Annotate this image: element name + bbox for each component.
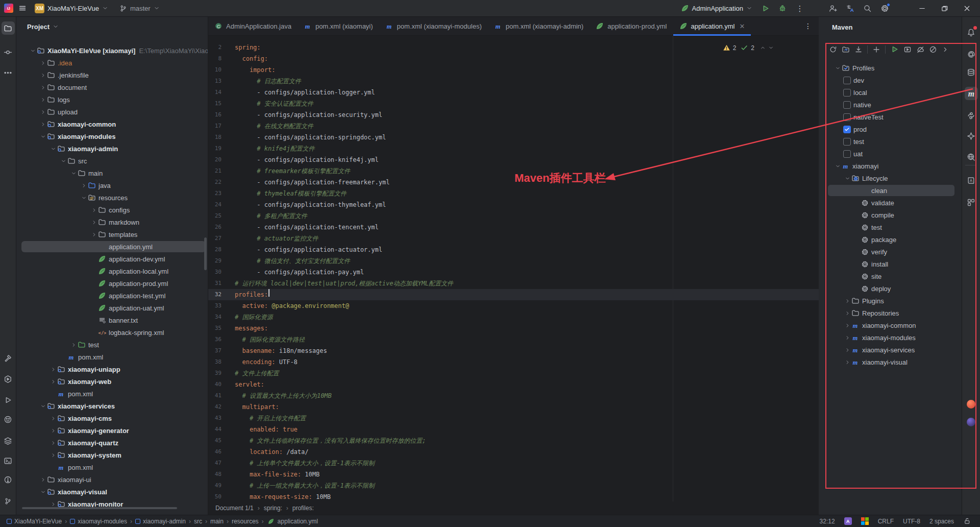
status-breadcrumb-XiaoMaYi-EleVue[interactable]: XiaoMaYi-EleVue [7,518,62,525]
stripe-profiler[interactable] [2,413,15,426]
code-line-36[interactable]: 36 # 国际化资源文件路径 [208,334,819,345]
code-line-35[interactable]: 35messages: [208,323,819,334]
tab-AdminApplication.java[interactable]: CAdminApplication.java [208,17,298,35]
maven-item-xiaomayi-modules[interactable]: mxiaomayi-modules [819,331,962,344]
code-line-24[interactable]: 24 - configs/application-thymeleaf.yml [208,199,819,210]
caret-position[interactable]: 32:12 [820,518,835,525]
tree-item-xiaomayi-services[interactable]: xiaomayi-services [16,400,208,412]
lock-icon[interactable] [963,517,971,525]
chevron-expanded-icon[interactable] [39,402,47,410]
code-line-47[interactable]: 47 # 上传单个文件最大大小，设置-1表示不限制 [208,458,819,469]
code-line-44[interactable]: 44 enabled: true [208,424,819,435]
project-scrollbar-horizontal[interactable] [22,507,177,509]
tab-pom.xml--xiaomayi-[interactable]: mpom.xml (xiaomayi) [298,17,379,35]
code-line-2[interactable]: 2spring: [208,42,819,53]
maven-item-test[interactable]: test [819,221,962,233]
editor-breadcrumb-item[interactable]: spring: [264,505,282,512]
chevron-expanded-icon[interactable] [39,488,47,496]
stripe-python-packages[interactable] [965,109,978,122]
code-line-8[interactable]: 8 config: [208,53,819,64]
tree-item-document[interactable]: document [16,81,208,93]
maven-item-compile[interactable]: compile [819,209,962,221]
chevron-expanded-icon[interactable] [69,169,78,177]
chevron-collapsed-icon[interactable] [39,95,47,104]
status-breadcrumb-xiaomayi-admin[interactable]: xiaomayi-admin [135,518,186,525]
tree-item-xiaomayi-uniapp[interactable]: xiaomayi-uniapp [16,363,208,375]
stripe-translation[interactable] [965,150,978,163]
stripe-dependencies[interactable] [2,434,15,447]
tree-item-application-test.yml[interactable]: application-test.yml [16,290,208,302]
maven-download-button[interactable] [854,45,863,54]
debug-button[interactable] [775,2,790,15]
stripe-services[interactable] [2,372,15,386]
stripe-maven[interactable]: m [965,87,978,100]
chevron-collapsed-icon[interactable] [843,333,851,342]
stripe-spring[interactable] [965,47,978,61]
maven-play-box-button[interactable] [903,45,912,54]
tree-item-upload[interactable]: upload [16,106,208,118]
run-configuration[interactable]: AdminApplication [678,3,755,14]
stripe-notifications[interactable] [965,26,978,39]
tree-item-src[interactable]: src [16,155,208,167]
status-breadcrumb-xiaomayi-modules[interactable]: xiaomayi-modules [70,518,127,525]
chevron-collapsed-icon[interactable] [39,475,47,484]
profile-checkbox-prod[interactable] [843,126,851,133]
maven-item-xiaomayi[interactable]: mxiaomayi [819,160,962,172]
tree-item-XiaoMaYi-EleVue--xiaomayi-[interactable]: XiaoMaYi-EleVue [xiaomayi] E:\Temp\XiaoM… [16,44,208,57]
maven-item-xiaomayi-visual[interactable]: mxiaomayi-visual [819,356,962,368]
code-line-48[interactable]: 48 max-file-size: 10MB [208,469,819,480]
code-line-42[interactable]: 42 multipart: [208,401,819,413]
tree-item-java[interactable]: java [16,179,208,191]
chevron-collapsed-icon[interactable] [49,365,57,373]
chevron-collapsed-icon[interactable] [49,414,57,422]
tree-item-xiaomayi-web[interactable]: xiaomayi-web [16,375,208,388]
translate-icon[interactable]: A [842,2,857,15]
maven-item-Repositories[interactable]: Repositories [819,307,962,319]
tree-item-main[interactable]: main [16,167,208,179]
maven-chevron-sm-button[interactable] [942,46,949,53]
minimize-button[interactable] [912,1,932,16]
status-breadcrumb-main[interactable]: main [210,518,224,525]
stripe-plugin-2[interactable] [965,415,978,428]
run-button[interactable] [757,2,773,15]
tab-pom.xml--xiaomayi-modules-[interactable]: mpom.xml (xiaomayi-modules) [379,17,488,35]
maven-item-nativeTest[interactable]: nativeTest [819,111,962,123]
tree-item-markdown[interactable]: markdown [16,216,208,228]
tree-item-pom.xml[interactable]: mpom.xml [16,461,208,473]
maven-item-validate[interactable]: validate [819,197,962,209]
stripe-database[interactable] [965,65,978,79]
tab-pom.xml--xiaomayi-admin-[interactable]: mpom.xml (xiaomayi-admin) [488,17,590,35]
tree-item-xiaomayi-common[interactable]: xiaomayi-common [16,118,208,130]
chevron-collapsed-icon[interactable] [39,71,47,79]
tree-item-application-local.yml[interactable]: application-local.yml [16,265,208,277]
stripe-run[interactable] [2,393,15,406]
tab-application.yml[interactable]: application.yml✕ [673,17,751,35]
tab-application-prod.yml[interactable]: application-prod.yml [590,17,673,35]
tab-list-icon[interactable]: ⋮ [797,22,819,30]
code-editor[interactable]: 2spring:8 config:10 import:13 # 日志配置文件14… [208,36,819,502]
code-line-23[interactable]: 23 # thymeleaf模板引擎配置文件 [208,188,819,199]
chevron-expanded-icon[interactable] [834,162,842,170]
editor-breadcrumb-item[interactable]: profiles: [292,505,314,512]
stripe-terminal[interactable] [2,454,15,467]
code-line-22[interactable]: 22 - configs/application-freemarker.yml [208,177,819,188]
close-button[interactable] [957,1,977,16]
chevron-collapsed-icon[interactable] [39,120,47,128]
code-line-38[interactable]: 38 encoding: UTF-8 [208,356,819,368]
tree-item-resources[interactable]: resources [16,191,208,204]
code-line-26[interactable]: 26 - configs/application-tencent.yml [208,222,819,233]
maven-play-green-button[interactable] [890,45,899,54]
microsoft-icon[interactable] [861,517,869,525]
tree-item-application-prod.yml[interactable]: application-prod.yml [16,277,208,290]
chevron-collapsed-icon[interactable] [49,451,57,459]
code-line-20[interactable]: 20 - configs/application-knife4j.yml [208,154,819,165]
stripe-documentation[interactable]: A [965,174,978,187]
close-tab-icon[interactable]: ✕ [740,22,745,30]
stripe-commit[interactable] [2,45,15,59]
maven-item-Lifecycle[interactable]: Lifecycle [819,172,962,184]
status-breadcrumb-src[interactable]: src [194,518,202,525]
chevron-collapsed-icon[interactable] [843,297,851,305]
editor-breadcrumb-item[interactable]: Document 1/1 [215,505,254,512]
tree-item-templates[interactable]: templates [16,228,208,241]
profile-checkbox-dev[interactable] [843,77,851,84]
